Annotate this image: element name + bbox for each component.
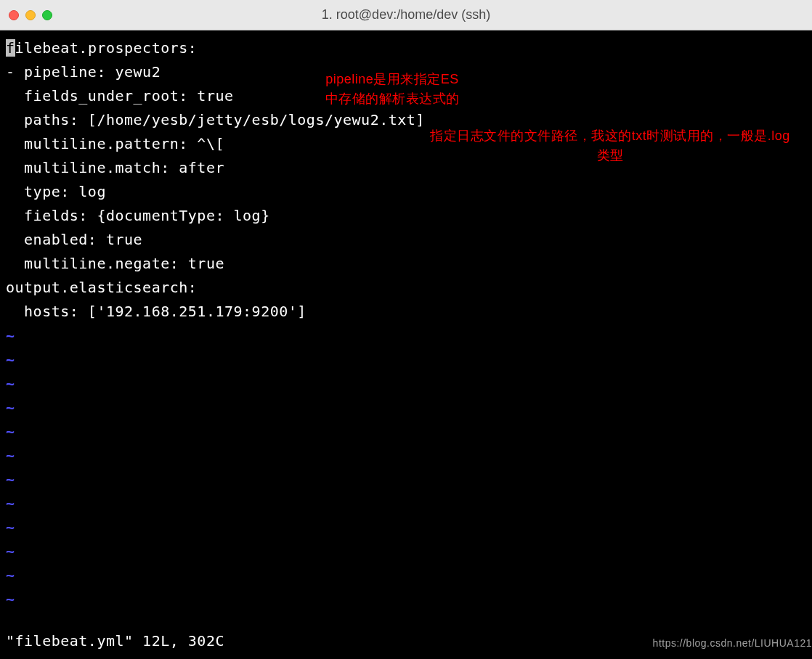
vim-empty-line: ~ — [6, 491, 806, 515]
editor-line: multiline.negate: true — [6, 252, 806, 276]
vim-empty-line: ~ — [6, 539, 806, 563]
editor-line: multiline.match: after — [6, 156, 806, 180]
editor-line: enabled: true — [6, 228, 806, 252]
editor-line: paths: [/home/yesb/jetty/esb/logs/yewu2.… — [6, 108, 806, 132]
terminal[interactable]: filebeat.prospectors: - pipeline: yewu2 … — [0, 30, 812, 659]
vim-empty-line: ~ — [6, 419, 806, 443]
vim-empty-line: ~ — [6, 324, 806, 348]
editor-line: multiline.pattern: ^\[ — [6, 132, 806, 156]
editor-line: output.elasticsearch: — [6, 276, 806, 300]
editor-line: hosts: ['192.168.251.179:9200'] — [6, 300, 806, 324]
close-button[interactable] — [9, 10, 19, 20]
vim-empty-line: ~ — [6, 443, 806, 467]
vim-empty-line: ~ — [6, 587, 806, 611]
vim-status-line: "filebeat.yml" 12L, 302C — [6, 629, 224, 653]
vim-empty-line: ~ — [6, 348, 806, 372]
window-title: 1. root@dev:/home/dev (ssh) — [322, 7, 490, 22]
editor-line: - pipeline: yewu2 — [6, 60, 806, 84]
vim-empty-line: ~ — [6, 372, 806, 396]
vim-empty-line: ~ — [6, 396, 806, 419]
cursor: f — [6, 39, 15, 57]
editor-line: fields_under_root: true — [6, 84, 806, 108]
maximize-button[interactable] — [42, 10, 52, 20]
watermark: https://blog.csdn.net/LIUHUA121 — [653, 635, 812, 652]
editor-line: filebeat.prospectors: — [6, 36, 806, 60]
minimize-button[interactable] — [25, 10, 36, 20]
title-bar: 1. root@dev:/home/dev (ssh) — [0, 0, 812, 30]
vim-empty-line: ~ — [6, 515, 806, 539]
editor-line: fields: {documentType: log} — [6, 204, 806, 228]
vim-empty-line: ~ — [6, 563, 806, 587]
traffic-lights — [9, 10, 52, 20]
line-text: ilebeat.prospectors: — [15, 39, 198, 57]
editor-line: type: log — [6, 180, 806, 204]
vim-empty-line: ~ — [6, 467, 806, 491]
